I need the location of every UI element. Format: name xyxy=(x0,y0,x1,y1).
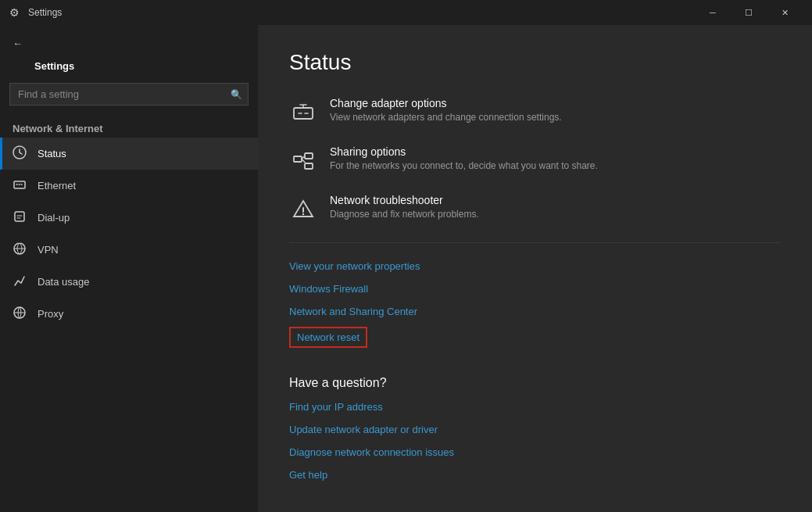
titlebar: ⚙ Settings ─ ☐ ✕ xyxy=(0,0,812,25)
network-troubleshooter-item: Network troubleshooter Diagnose and fix … xyxy=(289,194,781,224)
ethernet-icon xyxy=(13,177,27,194)
titlebar-controls: ─ ☐ ✕ xyxy=(695,0,803,25)
sidebar-item-dialup[interactable]: Dial-up xyxy=(0,202,258,234)
titlebar-title: Settings xyxy=(28,7,695,18)
network-troubleshooter-title: Network troubleshooter xyxy=(330,194,479,206)
change-adapter-item: Change adapter options View network adap… xyxy=(289,97,781,127)
search-container: 🔍 xyxy=(9,83,249,106)
sidebar: ← Settings 🔍 Network & Internet Status xyxy=(0,25,258,512)
close-button[interactable]: ✕ xyxy=(767,0,803,25)
status-icon xyxy=(13,145,27,162)
sidebar-item-proxy[interactable]: Proxy xyxy=(0,298,258,330)
vpn-icon xyxy=(13,242,27,258)
sidebar-item-data-usage-label: Data usage xyxy=(38,276,90,288)
view-network-props-link[interactable]: View your network properties xyxy=(289,259,781,274)
windows-firewall-link[interactable]: Windows Firewall xyxy=(289,281,781,296)
sidebar-item-vpn[interactable]: VPN xyxy=(0,234,258,266)
main-panel: Status Change adapter options View netwo… xyxy=(258,25,812,512)
search-icon: 🔍 xyxy=(231,89,242,100)
minimize-button[interactable]: ─ xyxy=(695,0,731,25)
app-container: ← Settings 🔍 Network & Internet Status xyxy=(0,25,812,512)
network-sharing-center-link[interactable]: Network and Sharing Center xyxy=(289,304,781,319)
update-adapter-link[interactable]: Update network adapter or driver xyxy=(289,422,781,437)
page-title: Status xyxy=(289,50,781,75)
sidebar-item-vpn-label: VPN xyxy=(38,244,59,256)
svg-rect-4 xyxy=(294,108,313,119)
svg-rect-6 xyxy=(305,153,313,159)
get-help-link[interactable]: Get help xyxy=(289,467,781,482)
sidebar-item-proxy-label: Proxy xyxy=(38,308,63,320)
sidebar-item-status[interactable]: Status xyxy=(0,138,258,170)
sidebar-item-ethernet[interactable]: Ethernet xyxy=(0,170,258,202)
sharing-options-title: Sharing options xyxy=(330,145,598,158)
app-title: Settings xyxy=(0,55,258,77)
find-ip-link[interactable]: Find your IP address xyxy=(289,399,781,414)
svg-point-8 xyxy=(302,213,304,215)
sidebar-item-ethernet-label: Ethernet xyxy=(38,180,76,192)
change-adapter-icon xyxy=(289,98,317,127)
network-troubleshooter-icon xyxy=(289,195,317,224)
proxy-icon xyxy=(13,306,27,322)
back-button[interactable]: ← xyxy=(0,31,258,55)
sidebar-item-dialup-label: Dial-up xyxy=(38,212,70,224)
data-usage-icon xyxy=(13,274,27,290)
svg-rect-5 xyxy=(294,156,302,162)
dialup-icon xyxy=(13,209,27,226)
sharing-options-desc: For the networks you connect to, decide … xyxy=(330,160,598,171)
settings-icon: ⚙ xyxy=(9,6,22,19)
have-a-question-title: Have a question? xyxy=(289,376,781,390)
change-adapter-desc: View network adapters and change connect… xyxy=(330,112,562,123)
back-icon: ← xyxy=(13,38,23,49)
diagnose-link[interactable]: Diagnose network connection issues xyxy=(289,445,781,460)
network-reset-link[interactable]: Network reset xyxy=(289,327,367,348)
network-troubleshooter-desc: Diagnose and fix network problems. xyxy=(330,209,479,220)
sharing-options-item: Sharing options For the networks you con… xyxy=(289,145,781,175)
change-adapter-title: Change adapter options xyxy=(330,97,562,109)
svg-rect-2 xyxy=(15,212,24,221)
sidebar-section-header: Network & Internet xyxy=(0,112,258,138)
search-input[interactable] xyxy=(9,83,249,106)
svg-rect-7 xyxy=(305,163,313,169)
sidebar-item-status-label: Status xyxy=(38,148,66,159)
sidebar-item-data-usage[interactable]: Data usage xyxy=(0,266,258,298)
sharing-options-icon xyxy=(289,147,317,175)
maximize-button[interactable]: ☐ xyxy=(731,0,767,25)
divider xyxy=(289,242,781,243)
